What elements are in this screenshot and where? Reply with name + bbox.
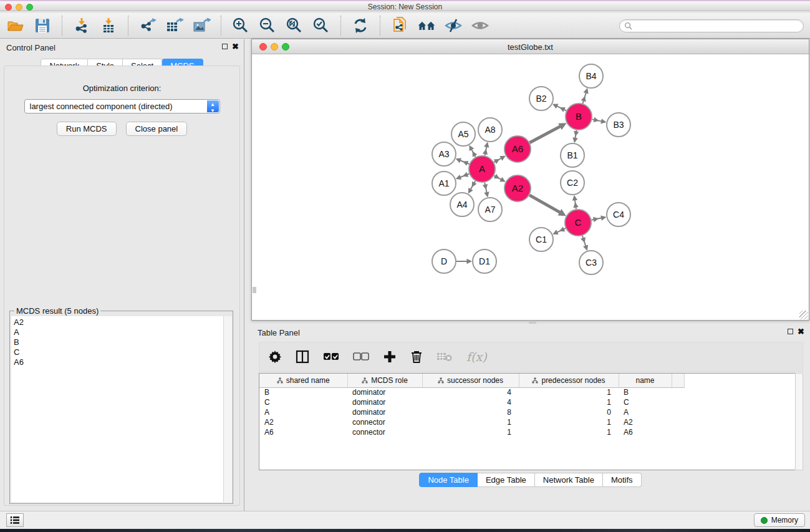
float-panel-icon[interactable] bbox=[222, 44, 228, 49]
zoom-out-icon[interactable] bbox=[258, 16, 277, 35]
search-field[interactable] bbox=[619, 19, 804, 32]
result-list-item[interactable]: C bbox=[14, 347, 223, 357]
network-window-titlebar[interactable]: testGlobe.txt bbox=[252, 39, 809, 54]
mcds-result-list[interactable]: A2ABCA6 bbox=[11, 316, 223, 502]
graph-node-C2[interactable]: C2 bbox=[561, 171, 584, 195]
graph-node-A1[interactable]: A1 bbox=[432, 172, 456, 195]
add-icon[interactable] bbox=[383, 347, 397, 366]
graph-node-A7[interactable]: A7 bbox=[478, 198, 502, 221]
table-cell[interactable]: 0 bbox=[519, 407, 619, 417]
table-cell[interactable]: 1 bbox=[519, 417, 619, 427]
graph-node-C3[interactable]: C3 bbox=[579, 251, 603, 274]
canvas-vertical-scrollmark[interactable] bbox=[253, 287, 256, 293]
canvas-horizontal-scrollmark[interactable] bbox=[529, 321, 536, 324]
close-panel-button[interactable]: Close panel bbox=[126, 122, 188, 136]
table-cell[interactable]: connector bbox=[347, 427, 422, 437]
open-file-icon[interactable] bbox=[6, 16, 25, 35]
graph-node-A3[interactable]: A3 bbox=[432, 142, 456, 166]
graph-node-A6[interactable]: A6 bbox=[504, 136, 531, 162]
show-task-history-button[interactable] bbox=[6, 513, 24, 527]
column-header[interactable]: MCDS role bbox=[347, 374, 422, 387]
table-cell[interactable]: A6 bbox=[259, 427, 347, 437]
table-cell[interactable]: 1 bbox=[422, 417, 519, 427]
graph-node-B[interactable]: B bbox=[566, 104, 592, 130]
tab-network-table[interactable]: Network Table bbox=[535, 473, 603, 487]
hide-selected-icon[interactable] bbox=[444, 16, 463, 35]
zoom-fit-icon[interactable] bbox=[285, 16, 304, 35]
run-mcds-button[interactable]: Run MCDS bbox=[57, 122, 117, 136]
table-cell[interactable]: C bbox=[619, 397, 672, 407]
result-list-item[interactable]: A bbox=[14, 327, 223, 337]
delete-table-icon[interactable] bbox=[436, 347, 453, 366]
table-cell[interactable]: 1 bbox=[422, 427, 519, 437]
resize-grip[interactable] bbox=[799, 311, 808, 319]
column-header[interactable]: shared name bbox=[259, 374, 347, 387]
table-row[interactable]: A2connector11A2 bbox=[259, 417, 684, 427]
table-cell[interactable]: B bbox=[619, 387, 672, 397]
function-builder-icon[interactable]: f(x) bbox=[466, 347, 487, 366]
export-network-icon[interactable] bbox=[138, 16, 157, 35]
memory-button[interactable]: Memory bbox=[754, 513, 805, 527]
close-panel-icon[interactable]: ✖ bbox=[232, 42, 239, 51]
deselect-all-icon[interactable] bbox=[353, 347, 369, 366]
export-image-icon[interactable] bbox=[192, 16, 211, 35]
graph-edge[interactable] bbox=[529, 125, 564, 143]
table-cell[interactable]: connector bbox=[347, 417, 422, 427]
result-list-scrollbar[interactable] bbox=[223, 316, 232, 502]
graph-node-B3[interactable]: B3 bbox=[607, 113, 630, 137]
table-row[interactable]: Adominator80A bbox=[259, 407, 684, 417]
tab-node-table[interactable]: Node Table bbox=[419, 473, 478, 487]
result-list-item[interactable]: A2 bbox=[14, 317, 223, 327]
graph-node-C[interactable]: C bbox=[565, 210, 591, 236]
graph-node-C1[interactable]: C1 bbox=[529, 228, 553, 251]
zoom-in-icon[interactable] bbox=[231, 16, 250, 35]
network-canvas[interactable]: B4B2BB3A8A5A6B1A3AA1C2A2A4A7C4CC1C3DD1 bbox=[253, 55, 808, 319]
result-list-item[interactable]: A6 bbox=[14, 357, 223, 367]
table-cell[interactable]: A bbox=[619, 407, 672, 417]
criterion-select[interactable]: largest connected component (directed) ▲… bbox=[24, 99, 220, 114]
table-row[interactable]: A6connector11A6 bbox=[259, 427, 684, 437]
refresh-icon[interactable] bbox=[351, 16, 370, 35]
graph-node-D[interactable]: D bbox=[432, 249, 456, 273]
graph-node-D1[interactable]: D1 bbox=[473, 249, 496, 273]
graph-node-C4[interactable]: C4 bbox=[607, 203, 630, 226]
graph-node-A8[interactable]: A8 bbox=[478, 118, 502, 142]
table-cell[interactable]: 8 bbox=[422, 407, 519, 417]
import-table-icon[interactable] bbox=[99, 16, 118, 35]
node-table[interactable]: shared nameMCDS rolesuccessor nodesprede… bbox=[259, 373, 803, 470]
save-session-icon[interactable] bbox=[33, 16, 52, 35]
select-all-icon[interactable] bbox=[323, 347, 339, 366]
table-cell[interactable]: dominator bbox=[347, 387, 422, 397]
first-neighbors-icon[interactable] bbox=[417, 16, 436, 35]
split-pane-icon[interactable] bbox=[296, 347, 309, 366]
graph-node-B4[interactable]: B4 bbox=[579, 64, 603, 88]
delete-icon[interactable] bbox=[410, 347, 423, 366]
table-cell[interactable]: A bbox=[259, 407, 347, 417]
result-list-item[interactable]: B bbox=[14, 337, 223, 347]
column-header[interactable]: name bbox=[619, 374, 672, 387]
show-all-icon[interactable] bbox=[471, 16, 489, 35]
graph-node-B2[interactable]: B2 bbox=[529, 87, 553, 110]
table-scrollbar[interactable] bbox=[795, 373, 803, 470]
search-input[interactable] bbox=[635, 21, 799, 30]
graph-node-A2[interactable]: A2 bbox=[504, 175, 531, 201]
gear-icon[interactable] bbox=[268, 347, 282, 366]
table-row[interactable]: Cdominator41C bbox=[259, 397, 684, 407]
new-network-from-selection-icon[interactable] bbox=[390, 16, 409, 35]
table-cell[interactable]: dominator bbox=[347, 397, 422, 407]
table-cell[interactable]: A6 bbox=[619, 427, 672, 437]
export-table-icon[interactable] bbox=[165, 16, 184, 35]
table-cell[interactable]: B bbox=[259, 387, 347, 397]
float-table-panel-icon[interactable] bbox=[788, 329, 793, 334]
close-table-panel-icon[interactable]: ✖ bbox=[798, 327, 804, 336]
import-network-icon[interactable] bbox=[72, 16, 91, 35]
graph-node-A5[interactable]: A5 bbox=[451, 122, 475, 146]
table-cell[interactable]: 4 bbox=[422, 397, 519, 407]
table-cell[interactable]: 1 bbox=[519, 427, 619, 437]
tab-edge-table[interactable]: Edge Table bbox=[478, 473, 535, 487]
table-cell[interactable]: C bbox=[259, 397, 347, 407]
table-cell[interactable]: dominator bbox=[347, 407, 422, 417]
table-cell[interactable]: A2 bbox=[259, 417, 347, 427]
table-cell[interactable]: A2 bbox=[619, 417, 672, 427]
graph-edge[interactable] bbox=[529, 195, 563, 215]
